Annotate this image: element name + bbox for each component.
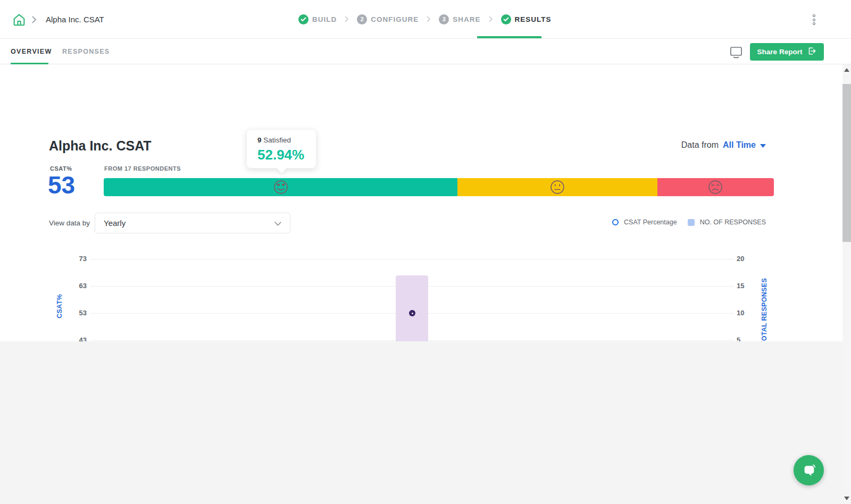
step-build[interactable]: BUILD <box>298 14 337 24</box>
export-arrow-icon <box>807 46 816 57</box>
right-axis-tick: 15 <box>737 282 760 290</box>
satisfaction-stacked-bar <box>104 178 774 196</box>
chat-bubble-icon <box>801 463 817 478</box>
segment-neutral[interactable] <box>457 178 657 196</box>
step-results[interactable]: RESULTS <box>501 14 552 24</box>
segment-satisfied[interactable] <box>104 178 457 196</box>
left-axis-tick: 63 <box>64 282 87 290</box>
segment-unsatisfied[interactable] <box>657 178 774 196</box>
chat-launcher-button[interactable] <box>794 455 824 485</box>
chevron-right-icon <box>489 16 493 22</box>
chart-legend: CSAT Percentage NO. OF RESPONSES <box>612 219 766 226</box>
step-label: SHARE <box>453 15 480 23</box>
chevron-down-icon <box>274 219 281 228</box>
respondents-label: FROM 17 RESPONDENTS <box>104 165 181 172</box>
check-circle-icon <box>298 14 308 24</box>
right-axis-tick: 20 <box>737 255 760 263</box>
step-label: RESULTS <box>515 15 552 23</box>
overview-section: Alpha Inc. CSAT Data from All Time 9 Sat… <box>0 64 842 341</box>
left-axis-title: CSAT% <box>56 274 63 338</box>
tooltip-label: Satisfied <box>263 136 291 144</box>
data-from-value: All Time <box>723 140 756 150</box>
legend-responses-label: NO. OF RESPONSES <box>700 219 766 226</box>
step-configure[interactable]: 2 CONFIGURE <box>357 14 419 24</box>
step-number-badge: 2 <box>357 14 367 24</box>
chevron-right-icon <box>427 16 431 22</box>
fullscreen-monitor-icon[interactable] <box>729 46 743 61</box>
tooltip-count: 9 <box>257 136 262 144</box>
step-label: CONFIGURE <box>371 15 419 23</box>
period-select[interactable]: Yearly <box>95 213 290 233</box>
heart-eyes-face-icon <box>272 179 289 196</box>
neutral-face-icon <box>549 179 566 196</box>
csat-point-2022 <box>409 310 415 316</box>
step-number-badge: 3 <box>439 14 449 24</box>
chevron-right-icon <box>345 16 349 22</box>
breadcrumb-chevron-icon <box>32 16 37 26</box>
legend-responses-swatch[interactable] <box>688 219 695 226</box>
data-from-dropdown[interactable]: Data from All Time <box>681 140 766 150</box>
gridline <box>90 259 734 259</box>
scrollbar-down-arrow[interactable] <box>844 497 849 500</box>
view-data-by-label: View data by <box>49 219 90 227</box>
share-report-button[interactable]: Share Report <box>750 43 824 61</box>
left-axis-tick: 73 <box>64 255 87 263</box>
tooltip-percent: 52.94% <box>257 147 316 163</box>
tab-responses[interactable]: RESPONSES <box>62 39 110 64</box>
page-title: Alpha Inc. CSAT <box>49 138 152 154</box>
step-label: BUILD <box>312 15 337 23</box>
lower-section: INSIGHTS All Shares All Time <box>0 341 842 504</box>
more-options-icon[interactable] <box>813 14 815 25</box>
top-header: Alpha Inc. CSAT BUILD 2 CONFIGURE 3 SHAR… <box>0 0 851 39</box>
app-root: Alpha Inc. CSAT BUILD 2 CONFIGURE 3 SHAR… <box>0 0 851 504</box>
results-tabbar: OVERVIEW RESPONSES <box>0 39 851 64</box>
check-circle-icon <box>501 14 511 24</box>
breadcrumb-survey-name: Alpha Inc. CSAT <box>46 15 104 24</box>
legend-csat-radio[interactable] <box>612 219 619 225</box>
home-icon[interactable] <box>12 12 27 27</box>
legend-csat-label: CSAT Percentage <box>624 219 677 226</box>
period-select-value: Yearly <box>104 219 126 228</box>
tab-overview[interactable]: OVERVIEW <box>11 39 52 64</box>
tooltip-text: 9 Satisfied <box>257 136 316 144</box>
scrollbar-up-arrow[interactable] <box>844 68 849 72</box>
step-share[interactable]: 3 SHARE <box>439 14 480 24</box>
caret-down-icon <box>760 140 766 150</box>
wizard-steps: BUILD 2 CONFIGURE 3 SHARE <box>298 0 552 38</box>
right-axis-tick: 10 <box>737 309 760 317</box>
satisfied-tooltip: 9 Satisfied 52.94% <box>246 129 316 169</box>
active-step-underline <box>477 36 541 38</box>
share-report-label: Share Report <box>757 48 803 56</box>
scrollbar-thumb[interactable] <box>842 84 851 242</box>
csat-percent-value: 53 <box>48 171 75 199</box>
left-axis-tick: 53 <box>64 309 87 317</box>
data-from-label: Data from <box>681 140 719 150</box>
vertical-scrollbar[interactable] <box>842 64 851 504</box>
sad-face-icon <box>707 179 724 196</box>
